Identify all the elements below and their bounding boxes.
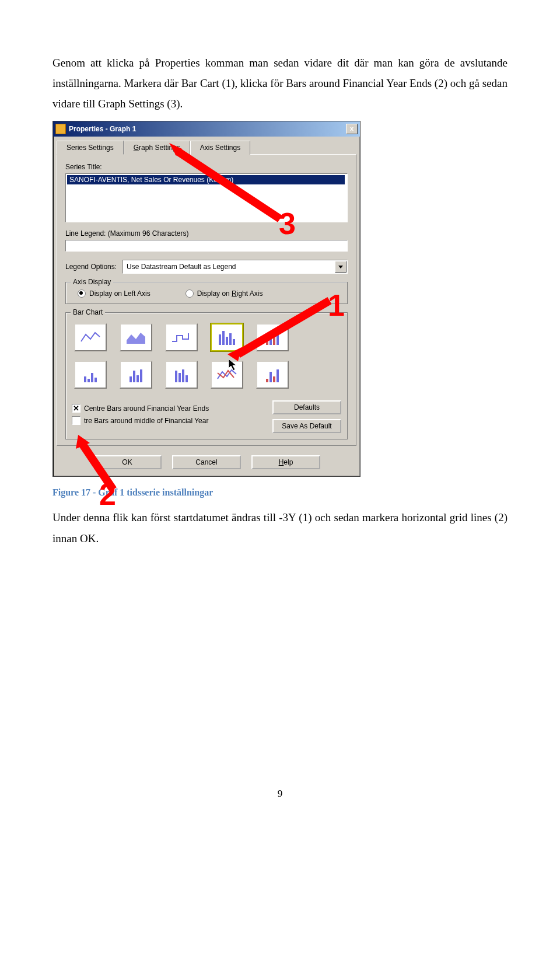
line-legend-label: Line Legend: (Maximum 96 Characters) (65, 229, 348, 238)
titlebar: Properties - Graph 1 x (53, 121, 360, 137)
legend-options-value: Use Datastream Default as Legend (127, 263, 236, 271)
chevron-down-icon (338, 266, 343, 268)
series-panel: Series Title: SANOFI-AVENTIS, Net Sales … (57, 154, 356, 446)
checkbox-year-middle-label: tre Bars around middle of Financial Year (84, 417, 208, 425)
page-number: 9 (52, 788, 508, 800)
line-legend-input[interactable] (65, 240, 348, 252)
series-title-value[interactable]: SANOFI-AVENTIS, Net Sales Or Revenues (K… (67, 175, 345, 184)
ok-button[interactable]: OK (93, 455, 162, 469)
axis-display-group: Axis Display Display on Left Axis Displa… (65, 282, 348, 304)
series-title-label: Series Title: (65, 163, 348, 171)
defaults-button[interactable]: Defaults (272, 400, 341, 414)
bar-chart-title: Bar Chart (71, 308, 105, 316)
tab-strip: Series Settings Graph Settings Axis Sett… (53, 137, 360, 154)
help-button[interactable]: Help (251, 455, 320, 469)
save-default-button[interactable]: Save As Default (272, 419, 341, 433)
screenshot-figure: Properties - Graph 1 x Series Settings G… (52, 121, 360, 477)
checkbox-icon: ✕ (72, 404, 80, 413)
bar-chart-group: Bar Chart (65, 312, 348, 439)
close-button[interactable]: x (346, 124, 358, 134)
chart-type-6[interactable] (74, 361, 107, 389)
radio-left-axis[interactable]: Display on Left Axis (78, 289, 150, 298)
radio-left-label: Display on Left Axis (89, 289, 150, 298)
dialog-icon (55, 124, 66, 134)
chart-type-8[interactable] (165, 361, 198, 389)
chart-type-7[interactable] (120, 361, 152, 389)
series-title-list[interactable]: SANOFI-AVENTIS, Net Sales Or Revenues (K… (65, 173, 348, 222)
checkbox-icon (72, 416, 80, 425)
dialog-title: Properties - Graph 1 (69, 125, 136, 133)
chart-type-step[interactable] (165, 323, 198, 351)
legend-options-label: Legend Options: (65, 263, 117, 271)
checkbox-year-ends[interactable]: ✕ Centre Bars around Financial Year Ends (72, 404, 209, 413)
axis-display-title: Axis Display (71, 278, 113, 286)
tab-series-settings[interactable]: Series Settings (57, 141, 124, 155)
checkbox-year-ends-label: Centre Bars around Financial Year Ends (84, 404, 209, 413)
chart-type-grid (72, 317, 341, 395)
combo-dropdown-button[interactable] (335, 261, 346, 273)
radio-right-axis[interactable]: Display on Right Axis (186, 289, 263, 298)
chart-type-9[interactable] (211, 361, 243, 389)
cancel-button[interactable]: Cancel (172, 455, 241, 469)
chart-type-bar[interactable] (211, 323, 243, 351)
figure-caption: Figure 17 - Graf 1 tidsserie inställning… (52, 487, 508, 498)
svg-marker-0 (127, 333, 145, 344)
tab-graph-settings[interactable]: Graph Settings (124, 141, 190, 155)
radio-icon (186, 289, 194, 298)
legend-options-combo[interactable]: Use Datastream Default as Legend (123, 260, 348, 274)
chart-type-line[interactable] (74, 323, 107, 351)
tab-axis-settings[interactable]: Axis Settings (190, 141, 250, 155)
chart-type-area[interactable] (120, 323, 152, 351)
chart-type-10[interactable] (256, 361, 289, 389)
intro-paragraph-1: Genom att klicka på Properties komman ma… (52, 53, 508, 114)
dialog-buttons: OK Cancel Help (53, 449, 360, 476)
radio-icon (78, 289, 86, 298)
checkbox-year-middle[interactable]: tre Bars around middle of Financial Year (72, 416, 209, 425)
properties-dialog: Properties - Graph 1 x Series Settings G… (52, 121, 360, 477)
intro-paragraph-2: Under denna flik kan först startdatumet … (52, 507, 508, 548)
chart-type-bar-dual[interactable] (256, 323, 289, 351)
